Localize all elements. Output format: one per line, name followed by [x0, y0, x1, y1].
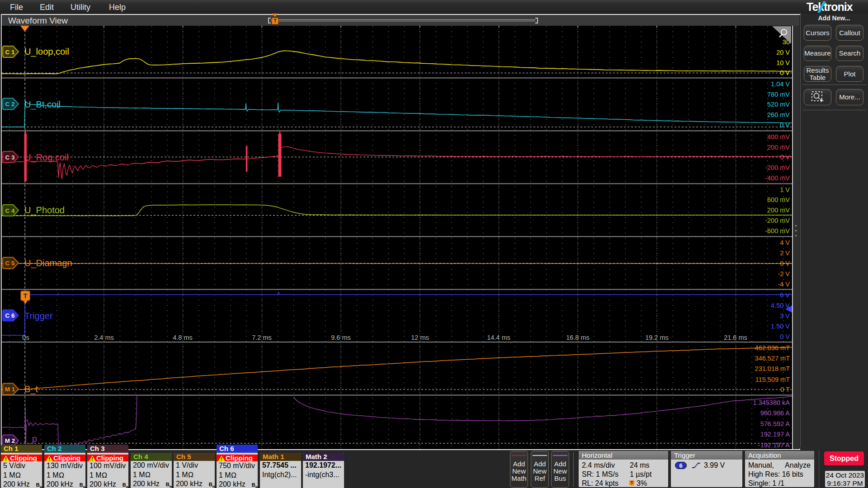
svg-text:0 V: 0 V — [780, 333, 790, 340]
svg-text:9.6 ms: 9.6 ms — [331, 334, 351, 341]
svg-text:B_t: B_t — [24, 384, 38, 394]
svg-text:C 4: C 4 — [5, 207, 15, 214]
svg-text:-4 V: -4 V — [778, 281, 790, 288]
svg-text:400 mV: 400 mV — [767, 133, 790, 141]
svg-text:200 mV: 200 mV — [767, 206, 790, 214]
svg-text:1.50 V: 1.50 V — [771, 323, 790, 330]
svg-text:U_Diamagn: U_Diamagn — [24, 258, 72, 268]
svg-text:346.527 mT: 346.527 mT — [755, 355, 790, 362]
svg-text:462.036 mT: 462.036 mT — [755, 344, 790, 352]
svg-text:10 V: 10 V — [776, 59, 790, 66]
svg-text:I_p: I_p — [24, 434, 37, 444]
svg-text:14.4 ms: 14.4 ms — [487, 334, 510, 341]
svg-text:1 V: 1 V — [780, 186, 790, 193]
svg-text:780 mV: 780 mV — [767, 91, 790, 98]
svg-text:-192.197 A: -192.197 A — [758, 441, 790, 449]
svg-text:576.592 A: 576.592 A — [760, 420, 790, 427]
svg-text:U_Bt,coil: U_Bt,coil — [24, 99, 61, 110]
svg-text:0 V: 0 V — [780, 154, 790, 161]
svg-text:115.509 mT: 115.509 mT — [755, 376, 790, 383]
svg-text:231.018 mT: 231.018 mT — [755, 365, 790, 372]
svg-text:16.8 ms: 16.8 ms — [566, 334, 590, 341]
svg-text:-2 V: -2 V — [778, 270, 790, 277]
svg-text:20 V: 20 V — [776, 49, 790, 56]
svg-text:T: T — [24, 292, 28, 300]
svg-text:7.2 ms: 7.2 ms — [252, 334, 272, 341]
svg-text:12 ms: 12 ms — [411, 334, 429, 341]
svg-text:M 2: M 2 — [5, 437, 15, 444]
svg-text:U_Photod: U_Photod — [24, 205, 65, 216]
svg-text:19.2 ms: 19.2 ms — [645, 334, 669, 341]
svg-text:C 1: C 1 — [5, 49, 15, 56]
svg-text:U_loop,coil: U_loop,coil — [24, 47, 69, 57]
svg-text:-200 mV: -200 mV — [765, 217, 790, 224]
svg-text:4.50 V: 4.50 V — [771, 302, 790, 309]
svg-text:-400 mV: -400 mV — [765, 174, 790, 182]
svg-text:2.4 ms: 2.4 ms — [94, 334, 114, 341]
svg-text:6 V: 6 V — [780, 291, 790, 299]
svg-text:4.8 ms: 4.8 ms — [173, 334, 193, 341]
svg-text:-200 mV: -200 mV — [765, 164, 790, 171]
svg-text:3 V: 3 V — [780, 312, 790, 319]
svg-text:2 V: 2 V — [780, 249, 790, 257]
svg-text:21.6 ms: 21.6 ms — [724, 334, 747, 341]
svg-text:M 1: M 1 — [5, 386, 15, 393]
svg-text:C 3: C 3 — [5, 154, 15, 161]
svg-text:0s: 0s — [22, 334, 29, 341]
svg-text:C 5: C 5 — [5, 260, 15, 267]
svg-text:260 mV: 260 mV — [767, 111, 790, 118]
svg-text:0 V: 0 V — [780, 260, 790, 267]
svg-text:1.345380 kA: 1.345380 kA — [753, 399, 790, 406]
svg-text:0 T: 0 T — [780, 386, 790, 393]
svg-text:4 V: 4 V — [780, 239, 790, 246]
svg-text:192.197 A: 192.197 A — [760, 431, 790, 438]
svg-text:600 mV: 600 mV — [767, 196, 790, 203]
svg-text:960.986 A: 960.986 A — [760, 409, 790, 417]
svg-text:U_Rog,coil: U_Rog,coil — [24, 152, 69, 163]
svg-text:Trigger: Trigger — [24, 311, 53, 321]
svg-text:200 mV: 200 mV — [767, 144, 790, 151]
svg-text:1.04 V: 1.04 V — [771, 80, 790, 88]
svg-text:-600 mV: -600 mV — [765, 227, 790, 235]
svg-text:520 mV: 520 mV — [767, 101, 790, 108]
svg-text:0 V: 0 V — [780, 69, 790, 76]
svg-text:0 V: 0 V — [780, 122, 790, 129]
svg-text:C 2: C 2 — [5, 101, 14, 108]
svg-text:C 6: C 6 — [5, 312, 15, 319]
